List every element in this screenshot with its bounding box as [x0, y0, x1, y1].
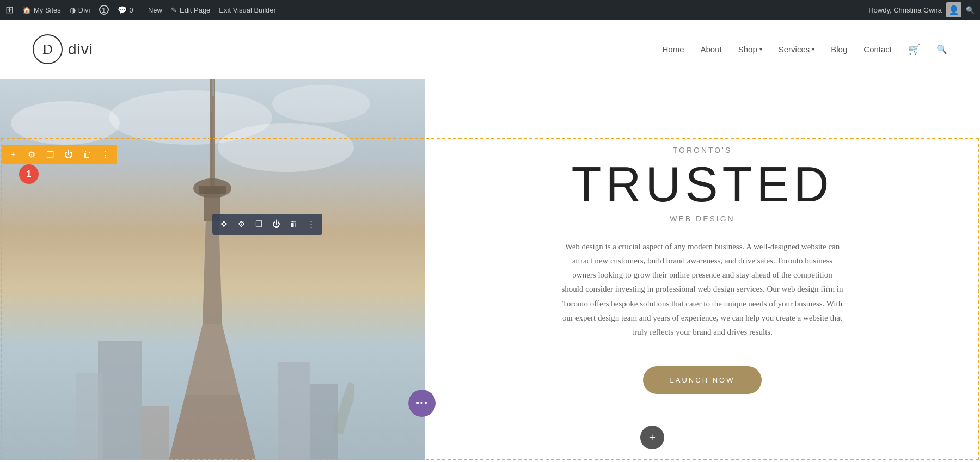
logo-letter: D: [42, 41, 53, 58]
purple-dots-button[interactable]: •••: [408, 390, 436, 417]
my-sites-icon: 🏠: [22, 6, 31, 14]
comment-icon: 1: [99, 5, 109, 15]
toolbar-delete-btn[interactable]: 🗑: [81, 148, 94, 161]
add-section-button[interactable]: +: [640, 426, 664, 449]
section-number: 1: [27, 169, 32, 179]
logo-circle: D: [33, 34, 63, 64]
launch-now-button[interactable]: LAUNCH NOW: [643, 366, 762, 394]
inner-settings-btn[interactable]: ⚙: [235, 218, 247, 230]
hero-body-text: Web design is a crucial aspect of any mo…: [561, 239, 844, 340]
hero-sub-heading: TORONTO'S: [673, 146, 732, 155]
clone-icon: ❐: [46, 150, 54, 160]
main-content: TORONTO'S TRUSTED WEB DESIGN Web design …: [0, 79, 980, 460]
divi-label: Divi: [78, 6, 90, 14]
new-btn[interactable]: + New: [142, 6, 162, 14]
wp-icon: ⊞: [5, 4, 14, 16]
inner-clone-icon: ❐: [255, 219, 262, 229]
nav-services[interactable]: Services ▾: [779, 45, 815, 54]
toolbar-more-btn[interactable]: ⋮: [99, 148, 112, 161]
site-logo[interactable]: D divi: [33, 34, 93, 64]
svg-rect-7: [199, 186, 226, 194]
builder-toolbar-top: + ⚙ ❐ ⏻ 🗑 ⋮: [2, 145, 117, 164]
nav-search-icon[interactable]: 🔍: [936, 44, 947, 54]
plus-icon: +: [649, 430, 656, 445]
inner-toggle-icon: ⏻: [272, 220, 280, 229]
divi-icon: ◑: [70, 6, 76, 14]
shop-dropdown-arrow: ▾: [759, 46, 762, 52]
toggle-icon: ⏻: [64, 150, 73, 159]
inner-clone-btn[interactable]: ❐: [253, 218, 265, 230]
toolbar-toggle-btn[interactable]: ⏻: [62, 148, 75, 161]
inner-delete-icon: 🗑: [290, 220, 298, 229]
svg-rect-10: [278, 362, 310, 460]
hero-main-heading: TRUSTED: [572, 160, 834, 209]
exit-vb-label: Exit Visual Builder: [219, 6, 276, 14]
admin-bar-left: ⊞ 🏠 My Sites ◑ Divi 1 💬 0 + New ✎ Edit P…: [5, 4, 868, 16]
inner-toggle-btn[interactable]: ⏻: [270, 218, 282, 230]
comment-bubble-btn[interactable]: 💬 0: [118, 5, 133, 14]
howdy-label: Howdy, Christina Gwira: [868, 6, 942, 14]
toolbar-settings-btn[interactable]: ⚙: [25, 148, 38, 161]
move-icon: ✥: [220, 219, 228, 229]
nav-contact-label: Contact: [863, 45, 892, 54]
nav-home-label: Home: [662, 45, 684, 54]
section-badge: 1: [19, 164, 39, 184]
svg-marker-5: [169, 395, 256, 460]
svg-marker-4: [185, 324, 240, 395]
bubble-icon: 💬: [118, 5, 127, 14]
inner-settings-icon: ⚙: [238, 219, 245, 229]
services-dropdown-arrow: ▾: [812, 46, 814, 52]
nav-about[interactable]: About: [700, 45, 721, 54]
admin-bar-right: Howdy, Christina Gwira 👤 🔍: [868, 2, 975, 17]
delete-icon: 🗑: [83, 150, 91, 159]
inner-more-icon: ⋮: [307, 219, 315, 229]
comments-count-btn[interactable]: 1: [99, 5, 109, 15]
settings-icon: ⚙: [28, 150, 35, 160]
exit-vb-btn[interactable]: Exit Visual Builder: [219, 6, 276, 14]
nav-cart-icon[interactable]: 🛒: [908, 44, 920, 56]
divi-btn[interactable]: ◑ Divi: [70, 6, 90, 14]
nav-about-label: About: [700, 45, 721, 54]
nav-blog-label: Blog: [831, 45, 847, 54]
edit-page-label: Edit Page: [180, 6, 210, 14]
new-label: + New: [142, 6, 162, 14]
svg-marker-3: [203, 221, 222, 324]
hero-sub-heading2: WEB DESIGN: [670, 214, 734, 223]
inner-delete-btn[interactable]: 🗑: [287, 218, 299, 230]
user-avatar[interactable]: 👤: [946, 2, 961, 17]
dots-icon: •••: [416, 398, 428, 409]
bubble-count: 0: [130, 6, 133, 14]
site-nav: Home About Shop ▾ Services ▾ Blog Contac…: [662, 44, 947, 56]
logo-text: divi: [68, 41, 93, 58]
hero-image-column: [0, 79, 425, 460]
nav-home[interactable]: Home: [662, 45, 684, 54]
inner-module-toolbar: ✥ ⚙ ❐ ⏻ 🗑 ⋮: [212, 214, 322, 235]
my-sites-label: My Sites: [34, 6, 61, 14]
search-icon[interactable]: 🔍: [966, 6, 975, 14]
nav-shop-label: Shop: [738, 45, 757, 54]
inner-move-btn[interactable]: ✥: [218, 218, 230, 230]
inner-more-btn[interactable]: ⋮: [305, 218, 317, 230]
my-sites-btn[interactable]: 🏠 My Sites: [22, 6, 61, 14]
svg-rect-11: [310, 384, 338, 460]
svg-rect-9: [98, 341, 142, 460]
add-icon: +: [10, 150, 15, 159]
cn-tower-svg: [71, 79, 354, 460]
site-header: D divi Home About Shop ▾ Services ▾ Blog…: [0, 20, 980, 79]
cn-tower-image: [0, 79, 425, 460]
edit-icon: ✎: [171, 6, 177, 14]
nav-services-label: Services: [779, 45, 810, 54]
nav-contact[interactable]: Contact: [863, 45, 892, 54]
more-icon: ⋮: [101, 150, 110, 160]
svg-rect-13: [142, 406, 169, 460]
svg-rect-8: [212, 79, 214, 96]
toolbar-add-btn[interactable]: +: [7, 148, 20, 161]
edit-page-btn[interactable]: ✎ Edit Page: [171, 6, 210, 14]
svg-rect-12: [76, 373, 103, 460]
toolbar-clone-btn[interactable]: ❐: [44, 148, 57, 161]
nav-shop[interactable]: Shop ▾: [738, 45, 762, 54]
admin-bar: ⊞ 🏠 My Sites ◑ Divi 1 💬 0 + New ✎ Edit P…: [0, 0, 980, 20]
hero-text-column: TORONTO'S TRUSTED WEB DESIGN Web design …: [425, 79, 980, 460]
nav-blog[interactable]: Blog: [831, 45, 847, 54]
wp-logo-btn[interactable]: ⊞: [5, 4, 14, 16]
